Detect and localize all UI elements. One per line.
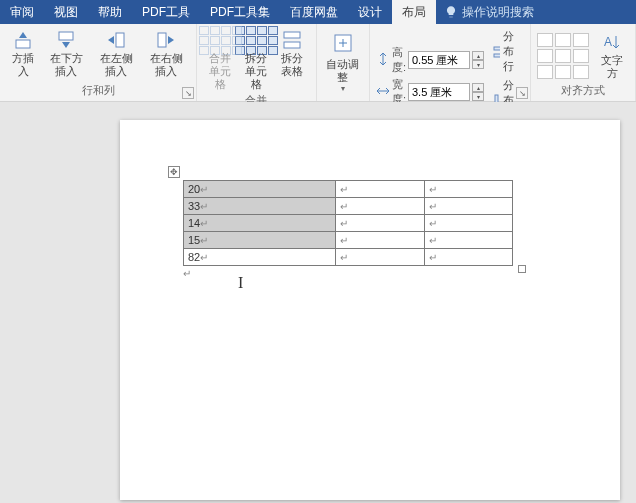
insert-above-icon <box>13 30 33 50</box>
table-cell[interactable]: 33↵ <box>184 198 336 215</box>
width-input[interactable] <box>408 83 470 101</box>
table-cell[interactable]: ↵ <box>424 232 512 249</box>
width-icon <box>376 84 390 100</box>
table-row[interactable]: 15↵↵↵ <box>184 232 513 249</box>
svg-rect-3 <box>158 33 166 47</box>
group-align-label: 对齐方式 <box>537 83 629 99</box>
table-cell[interactable]: 14↵ <box>184 215 336 232</box>
tell-me-search[interactable]: 操作说明搜索 <box>436 0 542 24</box>
insert-below-icon <box>56 30 76 50</box>
align-ml[interactable] <box>537 49 553 63</box>
align-mr[interactable] <box>573 49 589 63</box>
align-bl[interactable] <box>537 65 553 79</box>
height-label: 高度: <box>392 45 406 75</box>
split-table-icon <box>282 30 302 50</box>
group-align: A 文字方 对齐方式 <box>531 24 636 101</box>
text-cursor: I <box>238 274 243 292</box>
tab-layout[interactable]: 布局 <box>392 0 436 24</box>
table-cell[interactable]: ↵ <box>336 249 424 266</box>
align-tc[interactable] <box>555 33 571 47</box>
document-area: ✥ 20↵↵↵33↵↵↵14↵↵↵15↵↵↵82↵↵↵ ↵ I <box>0 102 636 503</box>
align-bc[interactable] <box>555 65 571 79</box>
svg-rect-5 <box>284 42 300 48</box>
insert-left-icon <box>106 30 126 50</box>
ribbon-tabs: 审阅 视图 帮助 PDF工具 PDF工具集 百度网盘 设计 布局 操作说明搜索 <box>0 0 636 24</box>
width-down[interactable]: ▾ <box>472 92 484 101</box>
tab-view[interactable]: 视图 <box>44 0 88 24</box>
distribute-rows-icon <box>493 45 500 59</box>
split-table-button[interactable]: 拆分表格 <box>275 28 310 80</box>
ribbon: 方插入 在下方插入 在左侧插入 在右侧插入 行和列 ↘ 合并 单元格 <box>0 24 636 102</box>
svg-rect-0 <box>16 40 30 48</box>
alignment-grid <box>537 33 589 79</box>
group-rows-cols-label: 行和列 <box>6 83 190 99</box>
cell-size-launcher[interactable]: ↘ <box>516 87 528 99</box>
align-tl[interactable] <box>537 33 553 47</box>
svg-text:A: A <box>604 35 612 49</box>
tab-design[interactable]: 设计 <box>348 0 392 24</box>
tab-review[interactable]: 审阅 <box>0 0 44 24</box>
table-cell[interactable]: 82↵ <box>184 249 336 266</box>
group-cell-size: 高度: ▴▾ 宽度: ▴▾ 分布行 分布列 <box>370 24 531 101</box>
group-autofit: 自动调整 ▾ <box>317 24 370 101</box>
table-row[interactable]: 82↵↵↵ <box>184 249 513 266</box>
table-cell[interactable]: 20↵ <box>184 181 336 198</box>
svg-rect-1 <box>59 32 73 40</box>
table-resize-handle[interactable] <box>518 265 526 273</box>
table-cell[interactable]: ↵ <box>336 232 424 249</box>
lightbulb-icon <box>444 5 458 19</box>
insert-below-button[interactable]: 在下方插入 <box>42 28 90 80</box>
document-table[interactable]: 20↵↵↵33↵↵↵14↵↵↵15↵↵↵82↵↵↵ <box>183 180 513 266</box>
document-page[interactable]: ✥ 20↵↵↵33↵↵↵14↵↵↵15↵↵↵82↵↵↵ ↵ I <box>120 120 620 500</box>
tab-baidu[interactable]: 百度网盘 <box>280 0 348 24</box>
text-direction-icon: A <box>602 32 622 52</box>
rows-cols-launcher[interactable]: ↘ <box>182 87 194 99</box>
table-cell[interactable]: ↵ <box>336 181 424 198</box>
align-mc[interactable] <box>555 49 571 63</box>
autofit-icon <box>330 30 356 56</box>
merge-cells-button: 合并 单元格 <box>203 28 237 93</box>
paragraph-mark: ↵ <box>183 268 595 279</box>
insert-left-button[interactable]: 在左侧插入 <box>92 28 140 80</box>
height-down[interactable]: ▾ <box>472 60 484 69</box>
distribute-rows-button[interactable]: 分布行 <box>490 28 524 75</box>
text-direction-button[interactable]: A 文字方 <box>595 30 629 82</box>
width-up[interactable]: ▴ <box>472 83 484 92</box>
table-cell[interactable]: ↵ <box>336 215 424 232</box>
group-merge: 合并 单元格 拆分 单元格 拆分表格 合并 <box>197 24 317 101</box>
table-cell[interactable]: ↵ <box>424 198 512 215</box>
table-cell[interactable]: ↵ <box>424 181 512 198</box>
split-cells-icon <box>246 30 266 50</box>
tab-help[interactable]: 帮助 <box>88 0 132 24</box>
autofit-button[interactable]: 自动调整 ▾ <box>323 28 363 95</box>
height-up[interactable]: ▴ <box>472 51 484 60</box>
insert-above-button[interactable]: 方插入 <box>6 28 40 80</box>
tell-me-label: 操作说明搜索 <box>462 4 534 21</box>
table-move-handle[interactable]: ✥ <box>168 166 180 178</box>
height-icon <box>376 52 390 68</box>
table-cell[interactable]: ↵ <box>336 198 424 215</box>
chevron-down-icon: ▾ <box>341 84 345 93</box>
svg-rect-4 <box>284 32 300 38</box>
table-cell[interactable]: ↵ <box>424 215 512 232</box>
height-input[interactable] <box>408 51 470 69</box>
svg-rect-8 <box>494 54 500 57</box>
table-row[interactable]: 20↵↵↵ <box>184 181 513 198</box>
table-cell[interactable]: 15↵ <box>184 232 336 249</box>
table-row[interactable]: 14↵↵↵ <box>184 215 513 232</box>
svg-rect-7 <box>494 47 500 50</box>
tab-pdf-tool[interactable]: PDF工具 <box>132 0 200 24</box>
split-cells-button[interactable]: 拆分 单元格 <box>239 28 273 93</box>
align-br[interactable] <box>573 65 589 79</box>
svg-rect-2 <box>116 33 124 47</box>
table-row[interactable]: 33↵↵↵ <box>184 198 513 215</box>
insert-right-icon <box>156 30 176 50</box>
merge-cells-icon <box>210 30 230 50</box>
align-tr[interactable] <box>573 33 589 47</box>
table-cell[interactable]: ↵ <box>424 249 512 266</box>
insert-right-button[interactable]: 在右侧插入 <box>142 28 190 80</box>
group-rows-cols: 方插入 在下方插入 在左侧插入 在右侧插入 行和列 ↘ <box>0 24 197 101</box>
tab-pdf-toolset[interactable]: PDF工具集 <box>200 0 280 24</box>
